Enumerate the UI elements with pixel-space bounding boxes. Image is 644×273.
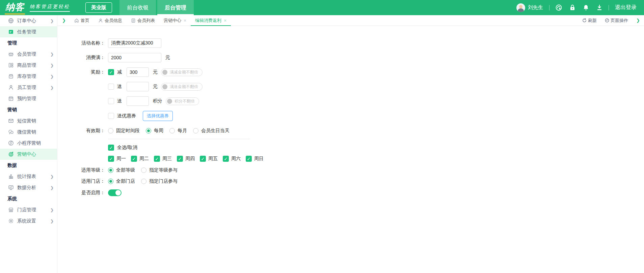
saturday-checkbox[interactable]: ✓ — [223, 156, 229, 162]
sidebar-item-data-analysis[interactable]: 数据分析 ❯ — [0, 182, 57, 193]
select-all-label: 全选/取消 — [117, 145, 137, 151]
chevron-right-icon: ❯ — [50, 208, 54, 212]
page-actions-button[interactable]: 页面操作 — [605, 18, 628, 24]
points-no-multiply-toggle[interactable]: 积分不翻倍 — [166, 97, 199, 105]
reward-row-3: 送 积分 积分不翻倍 — [71, 96, 644, 106]
tab-edit-consumption-rebate[interactable]: 编辑消费返利 × — [191, 15, 231, 26]
reward-gift-money-input[interactable] — [127, 82, 149, 91]
header-nav: 前台收银 后台管理 — [119, 0, 195, 15]
reward-points-prefix: 送 — [117, 98, 122, 104]
sms-icon — [8, 118, 14, 124]
reward-coupon-checkbox[interactable] — [108, 113, 114, 119]
chevron-right-icon: ❯ — [50, 219, 54, 223]
specific-stores-radio[interactable] — [141, 179, 146, 184]
sidebar-item-sms-marketing[interactable]: 短信营销 — [0, 115, 57, 126]
monday-checkbox[interactable]: ✓ — [108, 156, 114, 162]
nav-front-cashier[interactable]: 前台收银 — [119, 0, 156, 15]
nav-backend-admin[interactable]: 后台管理 — [157, 0, 194, 15]
wechat-icon — [8, 129, 14, 135]
chevron-right-icon: ❯ — [50, 174, 54, 179]
tab-marketing-center[interactable]: 营销中心 × — [159, 15, 191, 26]
bell-icon[interactable] — [583, 4, 589, 11]
sidebar-item-stock-management[interactable]: 库存管理 ❯ — [0, 71, 57, 82]
service-icon[interactable] — [556, 4, 562, 11]
download-icon[interactable] — [596, 4, 602, 11]
gear-icon — [8, 218, 14, 224]
tab-home[interactable]: 首页 — [70, 15, 94, 26]
validity-weekly-radio[interactable] — [146, 128, 151, 133]
gift-no-multiply-toggle[interactable]: 满送金额不翻倍 — [161, 83, 203, 91]
reward-points-checkbox[interactable] — [108, 98, 114, 104]
wednesday-checkbox[interactable]: ✓ — [154, 156, 160, 162]
sidebar-collapse-icon[interactable]: ❯ — [62, 18, 66, 23]
reward-row-2: 送 元 满送金额不翻倍 — [71, 82, 644, 91]
spend-input[interactable] — [108, 53, 161, 62]
user-box[interactable]: 刘先生 — [516, 3, 543, 12]
all-stores-radio[interactable] — [108, 179, 113, 184]
reward-discount-input[interactable] — [127, 67, 149, 77]
tuesday-checkbox[interactable]: ✓ — [131, 156, 137, 162]
tab-member-list[interactable]: 会员列表 — [127, 15, 159, 26]
store-row: 适用门店： 全部门店 指定门店参与 — [71, 178, 644, 184]
sidebar-item-wechat-marketing[interactable]: 微信营销 — [0, 126, 57, 138]
friday-checkbox[interactable]: ✓ — [200, 156, 206, 162]
sidebar-item-staff-management[interactable]: 员工管理 ❯ — [0, 82, 57, 93]
sidebar-item-member-management[interactable]: 会员管理 ❯ — [0, 49, 57, 60]
sidebar-section-management: 管理 — [0, 37, 57, 49]
chevron-right-icon: ❯ — [50, 85, 54, 90]
brand-tagline: 纳客管店更轻松 — [30, 4, 70, 12]
close-icon[interactable]: × — [184, 18, 186, 23]
app-header: 纳客 纳客管店更轻松 美业版 前台收银 后台管理 刘先生 退出登录 — [0, 0, 644, 15]
divider — [549, 5, 549, 10]
validity-fixed-period-radio[interactable] — [108, 128, 113, 133]
sidebar-item-miniapp-marketing[interactable]: 小程序营销 — [0, 138, 57, 149]
divider — [609, 5, 609, 10]
store-label: 适用门店： — [71, 178, 105, 184]
sidebar-item-goods-management[interactable]: 商品管理 ❯ — [0, 60, 57, 71]
reward-row-1: 奖励： ✓ 减 元 满减金额不翻倍 — [71, 67, 644, 77]
level-row: 适用等级： 全部等级 指定等级参与 — [71, 167, 644, 173]
activity-name-input[interactable] — [108, 38, 161, 48]
select-all-checkbox[interactable]: ✓ — [108, 145, 114, 151]
discount-no-multiply-toggle[interactable]: 满减金额不翻倍 — [161, 68, 203, 76]
edition-button[interactable]: 美业版 — [85, 2, 112, 13]
reward-gift-money-checkbox[interactable] — [108, 84, 114, 90]
sidebar-item-task-management[interactable]: 任务管理 — [0, 26, 57, 37]
target-icon — [8, 151, 14, 157]
all-levels-radio[interactable] — [108, 168, 113, 173]
toggle-knob — [115, 190, 121, 195]
reward-points-input[interactable] — [127, 96, 149, 106]
reward-discount-prefix: 减 — [117, 69, 122, 75]
toggle-knob — [162, 70, 167, 75]
refresh-button[interactable]: 刷新 — [582, 18, 597, 24]
user-name: 刘先生 — [528, 4, 543, 11]
select-coupon-button[interactable]: 选择优惠券 — [143, 111, 173, 121]
sidebar-section-data: 数据 — [0, 160, 57, 171]
reward-discount-checkbox[interactable]: ✓ — [108, 69, 114, 75]
tab-member-info[interactable]: 会员信息 — [94, 15, 127, 26]
validity-monthly-radio[interactable] — [169, 128, 175, 133]
enabled-label: 是否启用： — [71, 190, 105, 196]
sidebar-item-booking-management[interactable]: 预约管理 — [0, 93, 57, 104]
thursday-checkbox[interactable]: ✓ — [177, 156, 183, 162]
logout-button[interactable]: 退出登录 — [615, 4, 637, 11]
sidebar-item-marketing-center[interactable]: 营销中心 — [0, 149, 57, 160]
chevron-right-icon[interactable]: ❯ — [636, 18, 640, 23]
sidebar-item-store-management[interactable]: 门店管理 ❯ — [0, 204, 57, 215]
sidebar-item-statistics-report[interactable]: 统计报表 ❯ — [0, 171, 57, 182]
avatar — [516, 3, 525, 12]
spend-unit: 元 — [165, 55, 170, 61]
validity-birthday-radio[interactable] — [193, 128, 198, 133]
store-icon — [8, 207, 14, 213]
analysis-icon — [8, 185, 14, 190]
member-icon — [98, 18, 103, 23]
close-icon[interactable]: × — [224, 18, 226, 23]
lock-icon[interactable] — [569, 4, 575, 11]
sidebar-item-order-center[interactable]: 订单中心 ❯ — [0, 15, 57, 26]
sunday-checkbox[interactable]: ✓ — [246, 156, 252, 162]
specific-levels-radio[interactable] — [141, 168, 146, 173]
enabled-toggle[interactable] — [108, 189, 122, 196]
sidebar-item-system-settings[interactable]: 系统设置 ❯ — [0, 215, 57, 226]
page-actions-icon — [605, 18, 609, 23]
chevron-right-icon: ❯ — [50, 63, 54, 68]
